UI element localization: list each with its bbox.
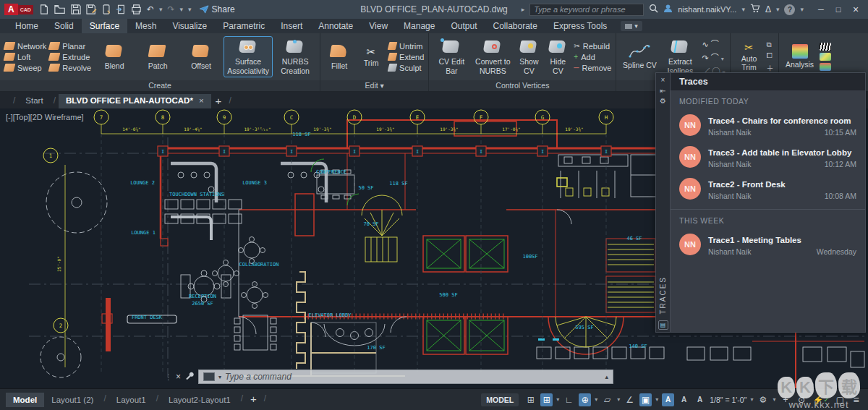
command-expand-icon[interactable]: ▴ bbox=[605, 373, 608, 380]
user-dropdown-icon[interactable]: ▾ bbox=[741, 6, 745, 13]
annotation-visibility-icon[interactable]: A bbox=[662, 393, 674, 406]
command-wrench-icon[interactable] bbox=[185, 370, 194, 383]
help-dropdown-icon[interactable]: ▾ bbox=[800, 6, 804, 13]
autocad-logo[interactable]: A CAD bbox=[4, 4, 33, 15]
help-icon[interactable]: ? bbox=[784, 4, 795, 15]
drawing-tab[interactable]: BLVD OFFICE PLAN-AUTOCAD*× bbox=[59, 94, 211, 108]
workspace-dropdown-icon[interactable]: ▾ bbox=[773, 396, 775, 403]
rebuild-button[interactable]: ✂Rebuild bbox=[574, 42, 611, 51]
loft-button[interactable]: Loft bbox=[4, 53, 46, 61]
draft-analysis-icon[interactable] bbox=[820, 63, 831, 71]
snap-mode-icon[interactable]: ⊞ bbox=[540, 393, 553, 406]
palette-autohide-icon[interactable]: ⇤ bbox=[660, 86, 665, 97]
palette-properties-icon[interactable]: ⚙ bbox=[660, 96, 666, 107]
network-button[interactable]: Network bbox=[4, 42, 46, 51]
untrim-button[interactable]: Untrim bbox=[388, 42, 424, 51]
tab-surface[interactable]: Surface bbox=[82, 19, 127, 33]
traces-panel-title[interactable]: Traces bbox=[671, 73, 865, 90]
snap-dropdown-icon[interactable]: ▾ bbox=[556, 396, 559, 403]
arc-tool-icon[interactable]: ↷ ⌒ ▾ bbox=[702, 51, 723, 63]
app-store-cart-icon[interactable] bbox=[750, 4, 760, 15]
polar-dropdown-icon[interactable]: ▾ bbox=[595, 396, 597, 403]
isolate-objects-icon[interactable]: ⊙ bbox=[795, 393, 807, 406]
spline-cv-button[interactable]: Spline CV bbox=[621, 42, 658, 71]
tab-parametric[interactable]: Parametric bbox=[215, 19, 273, 33]
planar-button[interactable]: Planar bbox=[49, 42, 91, 51]
redo-icon[interactable]: ↷ bbox=[167, 4, 174, 14]
auto-trim-button[interactable]: ✂Auto Trim bbox=[735, 40, 764, 73]
panel-label-create[interactable]: Create bbox=[0, 80, 320, 91]
project-tool-icon[interactable]: ⧉ bbox=[767, 40, 774, 49]
trace-list-item[interactable]: NN Trace3 - Add table in Elevator Lobby … bbox=[671, 141, 865, 173]
convert-to-nurbs-button[interactable]: Convert to NURBS bbox=[472, 37, 513, 76]
tab-insert[interactable]: Insert bbox=[273, 19, 310, 33]
command-close-icon[interactable]: × bbox=[176, 372, 181, 382]
undo-dropdown-icon[interactable]: ▾ bbox=[159, 6, 163, 13]
sculpt-button[interactable]: Sculpt bbox=[388, 64, 424, 72]
title-nav-arrow-icon[interactable]: ▸ bbox=[522, 6, 525, 13]
ortho-mode-icon[interactable]: ∟ bbox=[563, 393, 575, 406]
extract-isolines-button[interactable]: Extract Isolines bbox=[661, 37, 699, 76]
clean-screen-icon[interactable]: ▢ bbox=[834, 393, 846, 406]
drawing-tab-close-icon[interactable]: × bbox=[199, 96, 204, 105]
command-input-box[interactable]: ▾ ▴ bbox=[198, 370, 613, 384]
tab-output[interactable]: Output bbox=[443, 19, 485, 33]
trace-list-item[interactable]: NN Trace4 - Chairs for conference room N… bbox=[671, 109, 865, 141]
patch-button[interactable]: Patch bbox=[137, 41, 178, 72]
save-as-icon[interactable] bbox=[86, 4, 97, 14]
start-tab[interactable]: Start bbox=[18, 94, 50, 108]
signed-in-user[interactable]: nishant.naikVY... bbox=[678, 5, 736, 14]
palette-close-icon[interactable]: × bbox=[661, 75, 665, 86]
trace-list-item[interactable]: NN Trace2 - Front Desk Nishant Naik10:08… bbox=[671, 173, 865, 205]
open-folder-icon[interactable] bbox=[54, 4, 66, 14]
add-button[interactable]: +Add bbox=[574, 53, 611, 61]
zebra-analysis-icon[interactable] bbox=[820, 43, 831, 51]
user-avatar-icon[interactable] bbox=[663, 4, 673, 15]
tab-collaborate[interactable]: Collaborate bbox=[485, 19, 545, 33]
panel-label-control-vertices[interactable]: Control Vertices bbox=[429, 80, 616, 91]
tab-manage[interactable]: Manage bbox=[396, 19, 443, 33]
extrude-button[interactable]: Extrude bbox=[49, 53, 91, 61]
show-cv-button[interactable]: Show CV bbox=[516, 37, 542, 76]
close-button[interactable]: × bbox=[848, 3, 864, 16]
trace-list-item[interactable]: NN Trace1 - Meeting Tables Nishant NaikW… bbox=[671, 229, 865, 260]
tab-express-tools[interactable]: Express Tools bbox=[545, 19, 615, 33]
scale-dropdown-icon[interactable]: ▾ bbox=[750, 396, 753, 403]
trim-button[interactable]: ✂Trim bbox=[357, 45, 386, 69]
osnap-dropdown-icon[interactable]: ▾ bbox=[655, 396, 658, 403]
isometric-drafting-icon[interactable]: ▱ bbox=[601, 393, 613, 406]
command-grip-handle[interactable]: ⋮ bbox=[165, 373, 173, 381]
layout-tab-layout2[interactable]: Layout2-Layout1 bbox=[161, 393, 238, 407]
share-button[interactable]: Share bbox=[199, 4, 235, 14]
polar-tracking-icon[interactable]: ⊕ bbox=[579, 393, 591, 406]
annotation-autoscale-icon[interactable]: A bbox=[678, 393, 690, 406]
help-search-input[interactable] bbox=[529, 4, 644, 16]
tab-solid[interactable]: Solid bbox=[46, 19, 82, 33]
hide-cv-button[interactable]: Hide CV bbox=[545, 37, 571, 76]
remove-button[interactable]: ─Remove bbox=[574, 64, 611, 72]
new-layout-button[interactable]: + bbox=[250, 393, 257, 405]
graphics-performance-icon[interactable]: ⚡✓ bbox=[811, 393, 830, 406]
viewport-controls[interactable]: [-][Top][2D Wireframe] bbox=[6, 113, 84, 121]
print-icon[interactable] bbox=[131, 4, 142, 14]
curve-tool-icon[interactable]: ∿ ⌒ bbox=[702, 38, 718, 49]
layout-tab-layout1-2[interactable]: Layout1 (2) bbox=[44, 393, 101, 407]
object-snap-icon[interactable]: ▣ bbox=[639, 393, 652, 406]
ribbon-display-toggle[interactable]: ▾ bbox=[621, 21, 642, 31]
object-snap-tracking-icon[interactable]: ∠ bbox=[624, 393, 636, 406]
maximize-button[interactable]: □ bbox=[830, 3, 846, 16]
blend-button[interactable]: Blend bbox=[94, 41, 135, 72]
new-file-icon[interactable] bbox=[39, 4, 49, 14]
sweep-button[interactable]: Sweep bbox=[4, 64, 46, 72]
annotation-monitor-icon[interactable]: A bbox=[694, 393, 706, 406]
analysis-options-button[interactable]: Analysis bbox=[783, 43, 817, 70]
undo-icon[interactable]: ↶ bbox=[147, 4, 154, 14]
project-tool3-icon[interactable]: ＋ bbox=[767, 62, 774, 73]
customization-menu-icon[interactable]: ≡ bbox=[850, 393, 862, 406]
autodesk-account-icon[interactable]: Δ bbox=[765, 4, 771, 14]
project-tool2-icon[interactable]: ⧠ bbox=[767, 51, 774, 60]
layout-tab-layout1[interactable]: Layout1 bbox=[109, 393, 153, 407]
fillet-button[interactable]: Fillet bbox=[325, 41, 354, 72]
cv-edit-bar-button[interactable]: CV Edit Bar bbox=[433, 37, 469, 76]
redo-dropdown-icon[interactable]: ▾ bbox=[180, 6, 184, 13]
